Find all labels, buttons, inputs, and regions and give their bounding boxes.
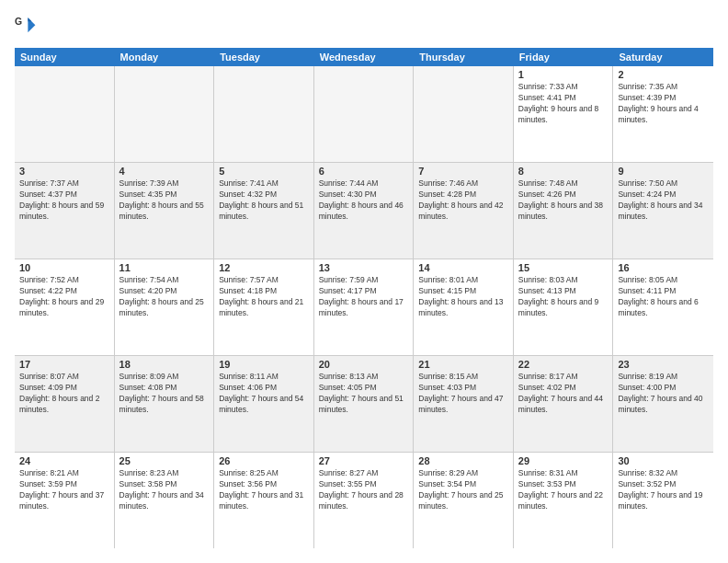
day-cell-3: 3Sunrise: 7:37 AMSunset: 4:37 PMDaylight… xyxy=(15,163,115,259)
empty-cell xyxy=(414,66,514,162)
day-info: Sunrise: 8:29 AMSunset: 3:54 PMDaylight:… xyxy=(418,468,508,512)
day-info: Sunrise: 7:54 AMSunset: 4:20 PMDaylight:… xyxy=(119,275,210,319)
day-number: 29 xyxy=(518,455,609,466)
day-number: 18 xyxy=(119,359,210,370)
empty-cell xyxy=(214,66,314,162)
day-cell-14: 14Sunrise: 8:01 AMSunset: 4:15 PMDayligh… xyxy=(414,259,514,355)
day-info: Sunrise: 8:21 AMSunset: 3:59 PMDaylight:… xyxy=(19,468,109,512)
calendar: SundayMondayTuesdayWednesdayThursdayFrid… xyxy=(15,48,713,548)
day-cell-30: 30Sunrise: 8:32 AMSunset: 3:52 PMDayligh… xyxy=(613,453,713,548)
header-day-monday: Monday xyxy=(115,48,215,66)
day-info: Sunrise: 8:17 AMSunset: 4:02 PMDaylight:… xyxy=(518,372,609,416)
calendar-week-4: 17Sunrise: 8:07 AMSunset: 4:09 PMDayligh… xyxy=(15,356,713,453)
day-info: Sunrise: 8:07 AMSunset: 4:09 PMDaylight:… xyxy=(19,372,109,416)
day-number: 9 xyxy=(618,166,709,177)
day-info: Sunrise: 7:33 AMSunset: 4:41 PMDaylight:… xyxy=(518,82,609,126)
day-number: 24 xyxy=(19,455,109,466)
calendar-header: SundayMondayTuesdayWednesdayThursdayFrid… xyxy=(15,48,713,66)
day-info: Sunrise: 7:57 AMSunset: 4:18 PMDaylight:… xyxy=(219,275,309,319)
day-info: Sunrise: 8:19 AMSunset: 4:00 PMDaylight:… xyxy=(618,372,709,416)
empty-cell xyxy=(15,66,115,162)
day-number: 4 xyxy=(119,166,210,177)
header-day-sunday: Sunday xyxy=(15,48,115,66)
day-cell-29: 29Sunrise: 8:31 AMSunset: 3:53 PMDayligh… xyxy=(514,453,614,548)
day-info: Sunrise: 8:15 AMSunset: 4:03 PMDaylight:… xyxy=(418,372,508,416)
day-info: Sunrise: 8:23 AMSunset: 3:58 PMDaylight:… xyxy=(119,468,210,512)
day-info: Sunrise: 7:50 AMSunset: 4:24 PMDaylight:… xyxy=(618,178,709,223)
header-day-tuesday: Tuesday xyxy=(214,48,314,66)
day-cell-20: 20Sunrise: 8:13 AMSunset: 4:05 PMDayligh… xyxy=(314,356,415,452)
day-number: 5 xyxy=(219,166,309,177)
calendar-week-2: 3Sunrise: 7:37 AMSunset: 4:37 PMDaylight… xyxy=(15,163,713,259)
day-info: Sunrise: 7:52 AMSunset: 4:22 PMDaylight:… xyxy=(19,275,109,319)
day-number: 23 xyxy=(618,359,709,370)
day-cell-7: 7Sunrise: 7:46 AMSunset: 4:28 PMDaylight… xyxy=(414,163,514,259)
day-cell-10: 10Sunrise: 7:52 AMSunset: 4:22 PMDayligh… xyxy=(15,259,115,355)
calendar-body: 1Sunrise: 7:33 AMSunset: 4:41 PMDaylight… xyxy=(15,66,713,548)
day-cell-21: 21Sunrise: 8:15 AMSunset: 4:03 PMDayligh… xyxy=(414,356,514,452)
day-number: 12 xyxy=(219,262,309,273)
day-number: 17 xyxy=(19,359,109,370)
day-number: 19 xyxy=(219,359,309,370)
day-number: 16 xyxy=(618,262,709,273)
header-day-wednesday: Wednesday xyxy=(314,48,415,66)
svg-marker-2 xyxy=(28,17,31,21)
day-number: 11 xyxy=(119,262,210,273)
day-cell-22: 22Sunrise: 8:17 AMSunset: 4:02 PMDayligh… xyxy=(514,356,614,452)
day-number: 2 xyxy=(618,69,709,80)
day-number: 28 xyxy=(418,455,508,466)
day-cell-13: 13Sunrise: 7:59 AMSunset: 4:17 PMDayligh… xyxy=(314,259,415,355)
day-cell-26: 26Sunrise: 8:25 AMSunset: 3:56 PMDayligh… xyxy=(214,453,314,548)
day-cell-24: 24Sunrise: 8:21 AMSunset: 3:59 PMDayligh… xyxy=(15,453,115,548)
day-info: Sunrise: 7:37 AMSunset: 4:37 PMDaylight:… xyxy=(19,178,109,223)
day-number: 15 xyxy=(518,262,609,273)
day-number: 13 xyxy=(319,262,409,273)
day-number: 6 xyxy=(319,166,409,177)
header-day-thursday: Thursday xyxy=(414,48,514,66)
day-cell-1: 1Sunrise: 7:33 AMSunset: 4:41 PMDaylight… xyxy=(514,66,614,162)
day-cell-4: 4Sunrise: 7:39 AMSunset: 4:35 PMDaylight… xyxy=(115,163,215,259)
day-info: Sunrise: 7:59 AMSunset: 4:17 PMDaylight:… xyxy=(319,275,409,319)
day-cell-28: 28Sunrise: 8:29 AMSunset: 3:54 PMDayligh… xyxy=(414,453,514,548)
day-info: Sunrise: 7:41 AMSunset: 4:32 PMDaylight:… xyxy=(219,178,309,223)
calendar-week-1: 1Sunrise: 7:33 AMSunset: 4:41 PMDaylight… xyxy=(15,66,713,163)
day-cell-25: 25Sunrise: 8:23 AMSunset: 3:58 PMDayligh… xyxy=(115,453,215,548)
day-number: 7 xyxy=(418,166,508,177)
day-info: Sunrise: 7:35 AMSunset: 4:39 PMDaylight:… xyxy=(618,82,709,126)
calendar-week-5: 24Sunrise: 8:21 AMSunset: 3:59 PMDayligh… xyxy=(15,453,713,548)
day-info: Sunrise: 7:46 AMSunset: 4:28 PMDaylight:… xyxy=(418,178,508,223)
svg-text:G: G xyxy=(15,17,22,27)
day-cell-17: 17Sunrise: 8:07 AMSunset: 4:09 PMDayligh… xyxy=(15,356,115,452)
calendar-week-3: 10Sunrise: 7:52 AMSunset: 4:22 PMDayligh… xyxy=(15,259,713,356)
day-cell-11: 11Sunrise: 7:54 AMSunset: 4:20 PMDayligh… xyxy=(115,259,215,355)
header-day-friday: Friday xyxy=(514,48,614,66)
day-number: 25 xyxy=(119,455,210,466)
day-info: Sunrise: 7:48 AMSunset: 4:26 PMDaylight:… xyxy=(518,178,609,223)
day-info: Sunrise: 8:11 AMSunset: 4:06 PMDaylight:… xyxy=(219,372,309,416)
day-info: Sunrise: 8:03 AMSunset: 4:13 PMDaylight:… xyxy=(518,275,609,319)
day-number: 30 xyxy=(618,455,709,466)
day-cell-27: 27Sunrise: 8:27 AMSunset: 3:55 PMDayligh… xyxy=(314,453,415,548)
day-info: Sunrise: 8:13 AMSunset: 4:05 PMDaylight:… xyxy=(319,372,409,416)
logo-icon: G xyxy=(15,15,37,37)
day-number: 20 xyxy=(319,359,409,370)
day-info: Sunrise: 8:01 AMSunset: 4:15 PMDaylight:… xyxy=(418,275,508,319)
day-cell-6: 6Sunrise: 7:44 AMSunset: 4:30 PMDaylight… xyxy=(314,163,415,259)
day-cell-9: 9Sunrise: 7:50 AMSunset: 4:24 PMDaylight… xyxy=(613,163,713,259)
day-number: 8 xyxy=(518,166,609,177)
day-number: 3 xyxy=(19,166,109,177)
day-info: Sunrise: 8:09 AMSunset: 4:08 PMDaylight:… xyxy=(119,372,210,416)
day-info: Sunrise: 8:25 AMSunset: 3:56 PMDaylight:… xyxy=(219,468,309,512)
day-info: Sunrise: 7:44 AMSunset: 4:30 PMDaylight:… xyxy=(319,178,409,223)
day-cell-2: 2Sunrise: 7:35 AMSunset: 4:39 PMDaylight… xyxy=(613,66,713,162)
day-info: Sunrise: 8:32 AMSunset: 3:52 PMDaylight:… xyxy=(618,468,709,512)
day-number: 26 xyxy=(219,455,309,466)
day-number: 27 xyxy=(319,455,409,466)
day-number: 22 xyxy=(518,359,609,370)
header-day-saturday: Saturday xyxy=(613,48,713,66)
day-cell-19: 19Sunrise: 8:11 AMSunset: 4:06 PMDayligh… xyxy=(214,356,314,452)
day-number: 21 xyxy=(418,359,508,370)
day-cell-16: 16Sunrise: 8:05 AMSunset: 4:11 PMDayligh… xyxy=(613,259,713,355)
day-cell-23: 23Sunrise: 8:19 AMSunset: 4:00 PMDayligh… xyxy=(613,356,713,452)
day-cell-12: 12Sunrise: 7:57 AMSunset: 4:18 PMDayligh… xyxy=(214,259,314,355)
